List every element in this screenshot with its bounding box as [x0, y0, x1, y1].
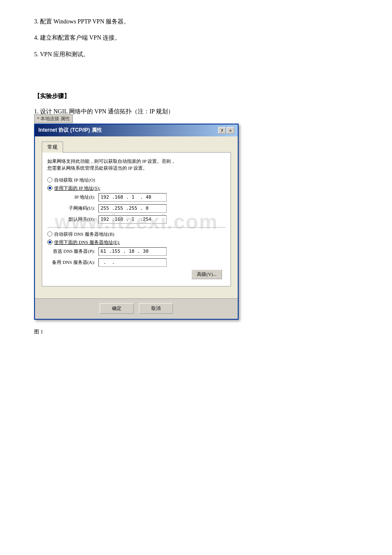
radio-manual-dns-row: 使用下面的 DNS 服务器地址(E): [47, 239, 225, 246]
ip-label: IP 地址(I): [47, 194, 98, 200]
dns2-input[interactable] [98, 258, 167, 267]
ip-input[interactable] [98, 193, 167, 202]
section-header: 【实验步骤】 [34, 92, 358, 100]
subnet-input[interactable] [98, 204, 167, 213]
dialog-footer: 确定 取消 [35, 298, 238, 319]
cancel-button[interactable]: 取消 [139, 303, 173, 314]
advanced-button[interactable]: 高级(V)... [191, 269, 222, 279]
divider [47, 227, 225, 228]
radio-auto-dns-row: 自动获得 DNS 服务器地址(B) [47, 231, 225, 237]
info-text: 如果网络支持此功能，则可以获取自动指派的 IP 设置。否则， 您需要从网络系统管… [47, 158, 225, 172]
help-button[interactable]: ? [218, 127, 226, 134]
dialog-title: Internet 协议 (TCP/IP) 属性 [38, 127, 102, 134]
tab-panel: 如果网络支持此功能，则可以获取自动指派的 IP 设置。否则， 您需要从网络系统管… [42, 152, 231, 286]
radio-auto-ip-row: 自动获取 IP 地址(O) [47, 177, 225, 183]
subnet-label: 子网掩码(U): [47, 205, 98, 211]
gateway-label: 默认网关(D): [47, 216, 98, 223]
gateway-row: 默认网关(D): [47, 215, 225, 224]
dialog-wrapper: * 本地连接 属性 www.itzexi.com Internet 协议 (TC… [34, 124, 239, 320]
dialog-window: www.itzexi.com Internet 协议 (TCP/IP) 属性 ?… [34, 124, 239, 320]
step-4: 4. 建立和配置客户端 VPN 连接。 [34, 33, 358, 43]
dialog-body: 常规 如果网络支持此功能，则可以获取自动指派的 IP 设置。否则， 您需要从网络… [35, 136, 238, 298]
background-titlebar: * 本地连接 属性 [34, 114, 73, 123]
step-5: 5. VPN 应用和测试。 [34, 50, 358, 59]
ok-button[interactable]: 确定 [100, 303, 134, 314]
dns1-row: 首选 DNS 服务器(P): [47, 247, 225, 256]
step-3: 3. 配置 Windows PPTP VPN 服务器。 [34, 17, 358, 26]
gateway-input[interactable] [98, 215, 167, 224]
figure-label: 图 1 [34, 328, 358, 335]
radio-manual-ip-row: 使用下面的 IP 地址(S): [47, 185, 225, 191]
subnet-mask-row: 子网掩码(U): [47, 204, 225, 213]
tab-general[interactable]: 常规 [42, 142, 63, 153]
dns2-label: 备用 DNS 服务器(A): [47, 259, 98, 266]
dns2-row: 备用 DNS 服务器(A): [47, 258, 225, 267]
radio-auto-ip[interactable] [47, 177, 52, 182]
radio-auto-dns[interactable] [47, 231, 52, 237]
radio-manual-dns[interactable] [47, 240, 52, 245]
dns1-label: 首选 DNS 服务器(P): [47, 248, 98, 254]
dialog-controls: ? × [218, 127, 234, 134]
content-area: 3. 配置 Windows PPTP VPN 服务器。 4. 建立和配置客户端 … [34, 17, 358, 335]
radio-manual-ip[interactable] [47, 185, 52, 191]
ip-address-row: IP 地址(I): [47, 193, 225, 202]
close-button[interactable]: × [227, 127, 234, 134]
dns1-input[interactable] [98, 247, 167, 256]
section-step-1: 1. 设计 NGIL 网络中的 VPN 通信拓扑（注：IP 规划） [34, 107, 358, 116]
dialog-titlebar: Internet 协议 (TCP/IP) 属性 ? × [35, 124, 238, 136]
